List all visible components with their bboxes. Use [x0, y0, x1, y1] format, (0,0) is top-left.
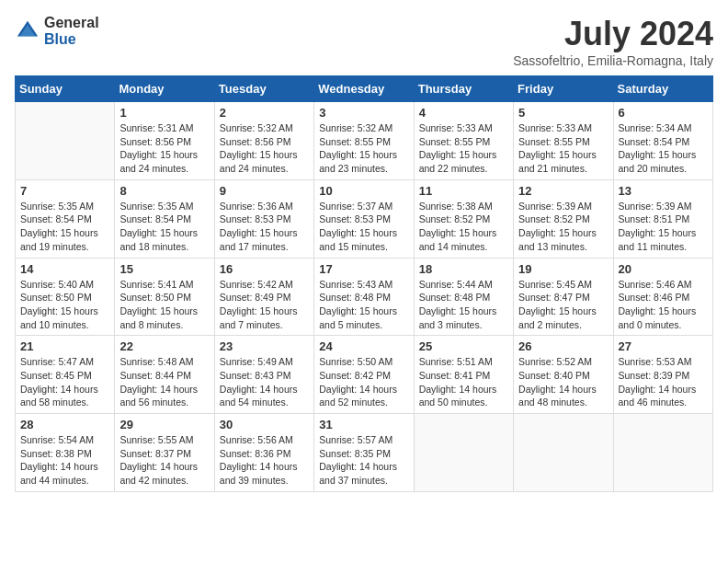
day-header-monday: Monday — [115, 76, 214, 102]
calendar-cell: 26Sunrise: 5:52 AM Sunset: 8:40 PM Dayli… — [514, 336, 613, 414]
day-number: 5 — [518, 106, 608, 120]
calendar-cell: 29Sunrise: 5:55 AM Sunset: 8:37 PM Dayli… — [115, 414, 214, 492]
day-info: Sunrise: 5:53 AM Sunset: 8:39 PM Dayligh… — [619, 355, 708, 409]
day-number: 2 — [220, 106, 309, 120]
day-info: Sunrise: 5:49 AM Sunset: 8:43 PM Dayligh… — [220, 355, 309, 409]
calendar-week-row: 28Sunrise: 5:54 AM Sunset: 8:38 PM Dayli… — [16, 414, 713, 492]
calendar-cell: 24Sunrise: 5:50 AM Sunset: 8:42 PM Dayli… — [314, 336, 414, 414]
day-number: 26 — [518, 339, 608, 353]
calendar-cell — [613, 414, 712, 492]
day-number: 4 — [419, 106, 508, 120]
day-info: Sunrise: 5:37 AM Sunset: 8:53 PM Dayligh… — [319, 200, 408, 254]
logo-general: General — [44, 15, 99, 31]
calendar-cell: 12Sunrise: 5:39 AM Sunset: 8:52 PM Dayli… — [514, 179, 613, 258]
day-number: 7 — [20, 184, 109, 198]
calendar-cell: 13Sunrise: 5:39 AM Sunset: 8:51 PM Dayli… — [613, 179, 712, 258]
calendar-cell — [414, 414, 513, 492]
day-info: Sunrise: 5:57 AM Sunset: 8:35 PM Dayligh… — [319, 433, 408, 488]
calendar-cell: 27Sunrise: 5:53 AM Sunset: 8:39 PM Dayli… — [613, 336, 712, 414]
day-info: Sunrise: 5:39 AM Sunset: 8:52 PM Dayligh… — [518, 200, 608, 254]
day-number: 23 — [220, 339, 309, 353]
subtitle: Sassofeltrio, Emilia-Romagna, Italy — [513, 53, 713, 68]
calendar-cell: 4Sunrise: 5:33 AM Sunset: 8:55 PM Daylig… — [414, 102, 513, 180]
calendar-cell: 28Sunrise: 5:54 AM Sunset: 8:38 PM Dayli… — [16, 414, 115, 492]
calendar-cell: 11Sunrise: 5:38 AM Sunset: 8:52 PM Dayli… — [414, 179, 513, 258]
day-number: 15 — [119, 262, 209, 276]
calendar-cell: 14Sunrise: 5:40 AM Sunset: 8:50 PM Dayli… — [16, 258, 115, 336]
day-info: Sunrise: 5:40 AM Sunset: 8:50 PM Dayligh… — [20, 278, 109, 332]
day-info: Sunrise: 5:56 AM Sunset: 8:36 PM Dayligh… — [220, 433, 309, 488]
day-info: Sunrise: 5:51 AM Sunset: 8:41 PM Dayligh… — [419, 355, 508, 409]
calendar-cell: 2Sunrise: 5:32 AM Sunset: 8:56 PM Daylig… — [214, 102, 313, 180]
day-header-friday: Friday — [514, 76, 613, 102]
day-info: Sunrise: 5:36 AM Sunset: 8:53 PM Dayligh… — [220, 200, 309, 254]
day-header-saturday: Saturday — [613, 76, 712, 102]
calendar-cell: 17Sunrise: 5:43 AM Sunset: 8:48 PM Dayli… — [314, 258, 414, 336]
calendar-week-row: 21Sunrise: 5:47 AM Sunset: 8:45 PM Dayli… — [16, 336, 713, 414]
calendar-cell: 16Sunrise: 5:42 AM Sunset: 8:49 PM Dayli… — [214, 258, 313, 336]
day-number: 11 — [419, 184, 508, 198]
calendar-header-row: SundayMondayTuesdayWednesdayThursdayFrid… — [16, 76, 713, 102]
day-info: Sunrise: 5:55 AM Sunset: 8:37 PM Dayligh… — [119, 433, 209, 488]
calendar-cell: 5Sunrise: 5:33 AM Sunset: 8:55 PM Daylig… — [514, 102, 613, 180]
day-info: Sunrise: 5:39 AM Sunset: 8:51 PM Dayligh… — [619, 200, 708, 254]
calendar-cell: 20Sunrise: 5:46 AM Sunset: 8:46 PM Dayli… — [613, 258, 712, 336]
day-info: Sunrise: 5:33 AM Sunset: 8:55 PM Dayligh… — [518, 121, 608, 176]
day-info: Sunrise: 5:35 AM Sunset: 8:54 PM Dayligh… — [119, 200, 209, 254]
day-header-tuesday: Tuesday — [214, 76, 313, 102]
day-number: 8 — [119, 184, 209, 198]
day-number: 18 — [419, 262, 508, 276]
day-info: Sunrise: 5:48 AM Sunset: 8:44 PM Dayligh… — [119, 355, 209, 409]
day-number: 22 — [119, 339, 209, 353]
day-number: 30 — [220, 418, 309, 431]
page-header: General Blue July 2024 Sassofeltrio, Emi… — [15, 15, 713, 68]
day-number: 16 — [220, 262, 309, 276]
calendar-table: SundayMondayTuesdayWednesdayThursdayFrid… — [15, 75, 713, 492]
day-number: 31 — [319, 418, 408, 431]
calendar-cell: 3Sunrise: 5:32 AM Sunset: 8:55 PM Daylig… — [314, 102, 414, 180]
day-info: Sunrise: 5:33 AM Sunset: 8:55 PM Dayligh… — [419, 121, 508, 176]
day-number: 25 — [419, 339, 508, 353]
day-info: Sunrise: 5:44 AM Sunset: 8:48 PM Dayligh… — [419, 278, 508, 332]
calendar-week-row: 14Sunrise: 5:40 AM Sunset: 8:50 PM Dayli… — [16, 258, 713, 336]
day-number: 28 — [20, 418, 109, 431]
day-number: 13 — [619, 184, 708, 198]
calendar-cell: 22Sunrise: 5:48 AM Sunset: 8:44 PM Dayli… — [115, 336, 214, 414]
day-info: Sunrise: 5:32 AM Sunset: 8:55 PM Dayligh… — [319, 121, 408, 176]
day-info: Sunrise: 5:46 AM Sunset: 8:46 PM Dayligh… — [619, 278, 708, 332]
day-info: Sunrise: 5:50 AM Sunset: 8:42 PM Dayligh… — [319, 355, 408, 409]
calendar-cell: 7Sunrise: 5:35 AM Sunset: 8:54 PM Daylig… — [16, 179, 115, 258]
calendar-cell: 31Sunrise: 5:57 AM Sunset: 8:35 PM Dayli… — [314, 414, 414, 492]
day-number: 27 — [619, 339, 708, 353]
day-number: 1 — [119, 106, 209, 120]
day-info: Sunrise: 5:54 AM Sunset: 8:38 PM Dayligh… — [20, 433, 109, 488]
day-number: 12 — [518, 184, 608, 198]
calendar-cell: 21Sunrise: 5:47 AM Sunset: 8:45 PM Dayli… — [16, 336, 115, 414]
calendar-cell — [16, 102, 115, 180]
title-block: July 2024 Sassofeltrio, Emilia-Romagna, … — [513, 15, 713, 68]
day-number: 14 — [20, 262, 109, 276]
day-number: 6 — [619, 106, 708, 120]
logo: General Blue — [15, 15, 99, 47]
calendar-cell: 1Sunrise: 5:31 AM Sunset: 8:56 PM Daylig… — [115, 102, 214, 180]
day-info: Sunrise: 5:47 AM Sunset: 8:45 PM Dayligh… — [20, 355, 109, 409]
day-info: Sunrise: 5:41 AM Sunset: 8:50 PM Dayligh… — [119, 278, 209, 332]
day-number: 9 — [220, 184, 309, 198]
day-header-wednesday: Wednesday — [314, 76, 414, 102]
calendar-cell: 18Sunrise: 5:44 AM Sunset: 8:48 PM Dayli… — [414, 258, 513, 336]
calendar-cell: 8Sunrise: 5:35 AM Sunset: 8:54 PM Daylig… — [115, 179, 214, 258]
calendar-cell: 6Sunrise: 5:34 AM Sunset: 8:54 PM Daylig… — [613, 102, 712, 180]
main-title: July 2024 — [513, 15, 713, 53]
calendar-cell: 25Sunrise: 5:51 AM Sunset: 8:41 PM Dayli… — [414, 336, 513, 414]
calendar-cell: 23Sunrise: 5:49 AM Sunset: 8:43 PM Dayli… — [214, 336, 313, 414]
calendar-cell: 15Sunrise: 5:41 AM Sunset: 8:50 PM Dayli… — [115, 258, 214, 336]
logo-blue: Blue — [44, 31, 99, 48]
day-info: Sunrise: 5:34 AM Sunset: 8:54 PM Dayligh… — [619, 121, 708, 176]
day-header-thursday: Thursday — [414, 76, 513, 102]
calendar-week-row: 1Sunrise: 5:31 AM Sunset: 8:56 PM Daylig… — [16, 102, 713, 180]
day-number: 3 — [319, 106, 408, 120]
day-number: 29 — [119, 418, 209, 431]
calendar-cell: 30Sunrise: 5:56 AM Sunset: 8:36 PM Dayli… — [214, 414, 313, 492]
day-info: Sunrise: 5:45 AM Sunset: 8:47 PM Dayligh… — [518, 278, 608, 332]
day-header-sunday: Sunday — [16, 76, 115, 102]
